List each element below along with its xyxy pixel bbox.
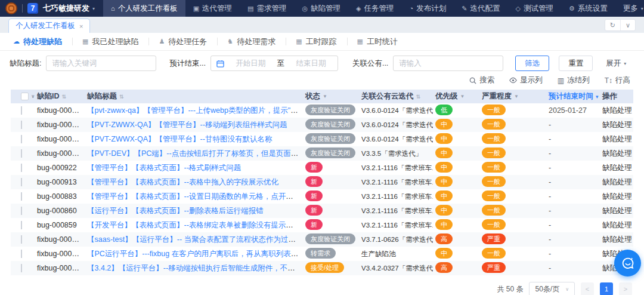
subtab-4[interactable]: ♞ 待处理需求	[217, 36, 286, 47]
header-priority[interactable]: 优先级▼	[433, 91, 479, 102]
row-checkbox[interactable]	[21, 264, 22, 272]
defect-title-link[interactable]: 【PC运行平台】---fixbug 在客户的用户离职后，再从离职列表中删除，该用…	[87, 250, 303, 258]
header-defect-id[interactable]: 缺陷ID⇅	[35, 91, 85, 102]
row-checkbox[interactable]	[21, 164, 22, 172]
defect-handle-action[interactable]: 缺陷处理	[602, 221, 632, 229]
defect-handle-action[interactable]: 缺陷处理	[602, 178, 632, 186]
defect-id-cell: bug-000883	[35, 192, 85, 201]
subtab-6[interactable]: ▦ 工时统计	[347, 36, 408, 47]
relation-input[interactable]: 请输入	[393, 56, 503, 71]
defect-handle-action[interactable]: 缺陷处理	[602, 135, 632, 143]
row-checkbox[interactable]	[21, 221, 22, 229]
row-checkbox[interactable]	[21, 106, 22, 115]
header-operations[interactable]: 操作	[600, 91, 633, 102]
topnav-item-10[interactable]: 更多 ▾	[615, 0, 644, 17]
nav-item-icon: ▤	[247, 5, 253, 13]
header-iteration[interactable]: 关联公有云迭代⇅	[359, 91, 433, 102]
priority-badge: 中	[435, 162, 453, 173]
row-checkbox[interactable]	[21, 192, 22, 201]
subtab-3[interactable]: ♟ 待处理任务	[148, 36, 217, 47]
next-page-button[interactable]: >	[619, 282, 632, 295]
row-height-button[interactable]: T↕ 行高	[605, 75, 630, 85]
subtab-icon: ▦	[82, 38, 88, 45]
defect-handle-action[interactable]: 缺陷处理	[602, 164, 632, 172]
row-checkbox[interactable]	[21, 235, 22, 244]
defect-handle-action[interactable]: 缺陷处理	[602, 121, 632, 129]
chevron-down-icon[interactable]: ∨	[620, 20, 635, 30]
topnav-item-4[interactable]: ◎ 缺陷管理	[294, 0, 348, 17]
topnav-item-8[interactable]: ◇ 测试管理	[507, 0, 561, 17]
defect-handle-action[interactable]: 缺陷处理	[602, 106, 632, 115]
filter-bar: 缺陷标题: 请输入关键词 预计结束... 开始日期 至 结束日期 关联公有...…	[0, 51, 644, 73]
product-switcher[interactable]: 七巧敏捷研发 ▾	[43, 3, 95, 14]
defect-id-cell: bug-000859	[35, 221, 85, 229]
defect-title-link[interactable]: 【管理平台】【表格式页面】--格式刷样式问题	[87, 164, 241, 172]
subtab-5[interactable]: ▦ 工时跟踪	[286, 36, 346, 47]
expand-button[interactable]: 展开 ▾	[606, 59, 626, 69]
defect-title-link[interactable]: 【运行平台】【表格式页面】--删除表格后运行端报错	[87, 207, 264, 215]
freeze-columns-label: 冻结列	[567, 75, 590, 85]
tab-personal-dashboard[interactable]: 个人研发工作看板 ×	[8, 19, 90, 33]
topnav-item-1[interactable]: ⌂ 个人研发工作看板	[103, 0, 185, 17]
header-severity[interactable]: 严重程度▼	[479, 91, 546, 102]
topnav-item-7[interactable]: ✎ 迭代配置	[454, 0, 507, 17]
defect-title-link[interactable]: 【PVT-DEV】【PC端】--点击按钮后打开了标签页，但是页面上还有小浮窗	[87, 149, 303, 158]
defect-handle-action[interactable]: 缺陷处理	[602, 192, 632, 201]
page-size-select[interactable]: 50条/页 ∨	[529, 282, 575, 295]
row-checkbox[interactable]	[21, 135, 22, 143]
defect-title-link[interactable]: 【PVT-ZWWX-QA】【管理平台】--甘特图没有默认名称	[87, 135, 272, 143]
end-date-placeholder[interactable]: 结束日期	[290, 59, 332, 69]
defect-title-link[interactable]: 【开发平台】【表格式页面】--表格绑定表单被删除没有提示信息	[87, 221, 301, 229]
topnav-item-5[interactable]: ◈ 任务管理	[348, 0, 401, 17]
defect-handle-action[interactable]: 缺陷处理	[602, 235, 632, 244]
select-all-checkbox[interactable]	[21, 93, 29, 100]
page-size-value: 50条/页	[535, 284, 559, 294]
sort-icon: ⇅	[62, 94, 67, 100]
subtab-2[interactable]: ▦ 我已处理缺陷	[72, 36, 148, 47]
header-end-time[interactable]: 预计结束时间▾	[546, 91, 600, 102]
refresh-icon[interactable]: ↻	[605, 20, 620, 30]
close-icon[interactable]: ×	[79, 23, 83, 30]
ai-assistant-fab[interactable]	[614, 250, 641, 276]
defect-title-link[interactable]: 【PVT-ZWWX-QA】【管理平台】--移动端列表组件样式问题	[87, 121, 287, 129]
prev-page-button[interactable]: <	[581, 282, 594, 295]
topnav-item-6[interactable]: ◔ 发布计划	[402, 0, 454, 17]
row-checkbox[interactable]	[21, 207, 22, 215]
reset-button[interactable]: 重置	[559, 56, 593, 71]
select-all-header[interactable]: ∨	[11, 93, 35, 100]
show-columns-button[interactable]: 显示列	[509, 75, 543, 85]
defect-title-link[interactable]: 【3.4.2】【运行平台】--移动端按钮执行后智能生成附件，不会推送生成成功消息	[87, 264, 303, 272]
subtab-label: 待处理缺陷	[23, 36, 62, 47]
topnav-item-9[interactable]: ⚙ 系统设置	[561, 0, 615, 17]
defect-handle-action[interactable]: 缺陷处理	[602, 207, 632, 215]
header-defect-title[interactable]: 缺陷标题⇅	[85, 91, 303, 102]
subtab-1[interactable]: ☁ 待处理缺陷	[3, 36, 72, 47]
defect-title-input[interactable]: 请输入关键词	[46, 56, 156, 71]
defect-title-link[interactable]: 【管理平台】【表格式页面】--设置日期函数的单元格，点开显示了一个日期组件	[87, 192, 303, 201]
defect-handle-action[interactable]: 缺陷处理	[602, 149, 632, 158]
iteration-cell: V3.2.1-1116「需求班车...	[359, 221, 433, 230]
row-checkbox[interactable]	[21, 121, 22, 129]
severity-badge: 严重	[482, 233, 506, 244]
end-date-label: 预计结束...	[169, 59, 205, 69]
table-row: fixbug-0004038 【PVT-ZWWX-QA】【管理平台】--甘特图没…	[11, 132, 633, 146]
start-date-placeholder[interactable]: 开始日期	[230, 59, 272, 69]
search-button[interactable]: 搜索	[469, 75, 494, 85]
header-label: 预计结束时间	[549, 91, 593, 102]
page-1-button[interactable]: 1	[600, 282, 613, 295]
defect-title-link[interactable]: 【管理平台】【表格式页面】--表格中拖入的字段展示优化	[87, 178, 278, 186]
header-status[interactable]: 状态▼	[303, 91, 359, 102]
company-seal-logo	[5, 2, 17, 14]
freeze-columns-button[interactable]: ▥ 冻结列	[558, 75, 590, 85]
date-range-picker[interactable]: 开始日期 至 结束日期	[210, 56, 338, 71]
subtab-icon: ♟	[159, 38, 165, 45]
row-checkbox[interactable]	[21, 178, 22, 186]
defect-title-link[interactable]: 【saas-test】【运行平台】-- 当聚合表配置了流程状态作为过滤条件时，无…	[87, 235, 303, 244]
topnav-item-3[interactable]: ▤ 需求管理	[240, 0, 294, 17]
filter-button[interactable]: 筛选	[515, 56, 549, 71]
sort-icon: ⇅	[416, 94, 421, 100]
defect-title-link[interactable]: 【pvt-zwwx-qa】【管理平台】---上传webp类型的图片，提示"文件上…	[87, 106, 303, 115]
row-checkbox[interactable]	[21, 250, 22, 258]
row-checkbox[interactable]	[21, 149, 22, 158]
topnav-item-2[interactable]: ▣ 迭代管理	[185, 0, 240, 17]
